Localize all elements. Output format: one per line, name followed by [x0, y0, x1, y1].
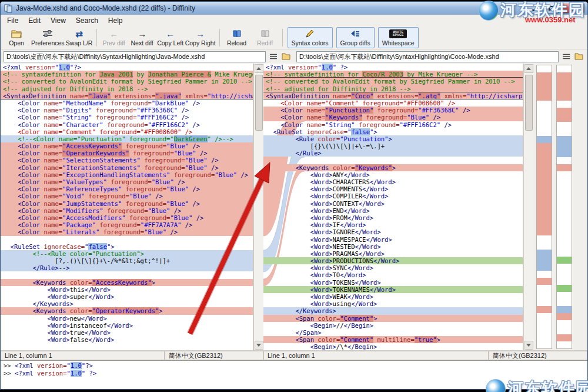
close-button[interactable]	[560, 4, 584, 14]
code-line[interactable]: <Word>IF</Word>	[263, 221, 523, 228]
copy-right-button[interactable]: → Copy Right	[185, 26, 216, 48]
code-line[interactable]: <Color name="String" foreground="#FFF166…	[1, 114, 253, 121]
scrollbar-thumb[interactable]	[525, 75, 533, 131]
prev-diff-button[interactable]: ← Prev diff	[101, 26, 128, 48]
code-line[interactable]: <Word>PRODUCTIONS</Word>	[263, 257, 523, 264]
code-line[interactable]: <Word>PRAGMAS</Word>	[263, 250, 523, 257]
code-line[interactable]: <Color name="AccessKeywords" foreground=…	[1, 142, 253, 150]
diff-overview-segment[interactable]	[557, 334, 572, 341]
code-line[interactable]: <Word>WEAK</Word>	[263, 293, 523, 300]
diff-overview-segment[interactable]	[557, 306, 572, 313]
code-line[interactable]: </Rule>-->	[1, 264, 253, 271]
code-line[interactable]: <Word>END</Word>	[263, 207, 523, 214]
left-vertical-scrollbar[interactable]	[253, 64, 263, 350]
code-line[interactable]: <?xml version="1.0"?>	[1, 64, 253, 71]
code-line[interactable]: <Word>ANY</Word>	[263, 171, 523, 178]
code-line[interactable]	[1, 236, 253, 243]
diff-overview-segment[interactable]	[537, 278, 552, 285]
diff-overview-segment[interactable]	[537, 250, 552, 271]
diff-detail-pane[interactable]: >><?xml version="1.0"?>>><?xml version="…	[1, 360, 587, 389]
menu-view[interactable]: View	[46, 16, 71, 25]
scroll-up-button[interactable]	[255, 64, 263, 73]
left-history-list-icon[interactable]	[268, 51, 279, 62]
right-file-path-input[interactable]	[296, 51, 559, 62]
right-vertical-scrollbar[interactable]	[523, 64, 533, 350]
code-line[interactable]: <Color name="SelectionStatements" foregr…	[1, 157, 253, 164]
code-line[interactable]: <Word>NAMESPACE</Word>	[263, 236, 523, 243]
code-line[interactable]: <Word>false</Word>	[1, 336, 253, 343]
code-line[interactable]: <!-- adjusted for Diffinity in 2018 -->	[263, 85, 523, 92]
code-line[interactable]: <Word>true</Word>	[1, 329, 253, 336]
whitespace-toggle[interactable]: WHITE SPACE Whitespace	[378, 27, 419, 48]
left-code-editor[interactable]: <?xml version="1.0"?><!-- syntaxdefiniti…	[1, 64, 253, 350]
code-line[interactable]: <Word>CONTEXT</Word>	[263, 200, 523, 207]
code-line[interactable]: <Word>COMPILER</Word>	[263, 192, 523, 200]
diff-overview-segment[interactable]	[537, 143, 552, 235]
group-diffs-toggle[interactable]: Group diffs	[336, 27, 375, 48]
scroll-down-button[interactable]	[524, 341, 533, 350]
code-line[interactable]	[263, 157, 523, 164]
rediff-button[interactable]: Rediff	[252, 26, 279, 48]
scrollbar-thumb[interactable]	[255, 75, 263, 131]
diff-detail-line[interactable]: >><?xml version="1.0"?>	[1, 362, 587, 370]
minimize-button[interactable]	[526, 4, 542, 14]
code-line[interactable]: <Keywords color="Keywords">	[263, 164, 523, 171]
code-line[interactable]: <Color name="JumpStatements" foreground=…	[1, 200, 253, 207]
code-line[interactable]: <?xml version="1.0" ?>	[263, 64, 523, 71]
copy-left-button[interactable]: ← Copy Left	[157, 26, 184, 48]
code-line[interactable]: <!-- syntaxdefinition for Java 2001 by J…	[1, 71, 253, 78]
left-file-overview-strip[interactable]	[536, 65, 552, 349]
code-line[interactable]: <Color name="ReferenceTypes" foreground=…	[1, 185, 253, 192]
diff-overview-segment[interactable]	[537, 72, 552, 101]
code-line[interactable]: <Color name="ExceptionHandlingStatements…	[1, 171, 253, 178]
code-line[interactable]: <Color name="Character" foreground="#FFF…	[1, 121, 253, 128]
code-line[interactable]: </Rule>	[263, 150, 523, 157]
preferences-button[interactable]: Preferences	[31, 26, 65, 48]
code-line[interactable]: [{}\(\)\[\]|+\-=\.]+	[263, 142, 523, 150]
code-line[interactable]: <SyntaxDefinition name="Coco" extensions…	[263, 92, 523, 99]
code-line[interactable]: <Begin>//</Begin>	[263, 322, 523, 329]
code-line[interactable]: <Word>this</Word>	[1, 286, 253, 293]
next-diff-button[interactable]: → Next diff	[129, 26, 156, 48]
code-line[interactable]: <Color name="OperatorKeywords" foregroun…	[1, 150, 253, 157]
code-line[interactable]: <Color name="Package" foreground="#FF7A7…	[1, 221, 253, 228]
menu-help[interactable]: Help	[103, 16, 128, 25]
diff-detail-line[interactable]: >><?xml version="1.0" ?>	[1, 370, 587, 377]
code-line[interactable]: <Rule color="Punctuation">	[263, 135, 523, 142]
code-line[interactable]: </Keywords>	[1, 300, 253, 307]
code-line[interactable]	[1, 271, 253, 278]
code-line[interactable]: </Keywords>	[263, 307, 523, 314]
code-line[interactable]: <!--<Color name="Punctuation" foreground…	[1, 135, 253, 142]
reload-button[interactable]: Reload	[223, 26, 250, 48]
code-line[interactable]: <!-- converted to AvalonEdit format by S…	[263, 78, 523, 85]
code-line[interactable]: <Color name="AccessModifiers" foreground…	[1, 214, 253, 221]
code-line[interactable]: <!--<Rule color="Punctuation">	[1, 250, 253, 257]
maximize-button[interactable]	[543, 4, 559, 14]
swap-lr-button[interactable]: ⇄ Swap L/R	[66, 26, 93, 48]
open-button[interactable]: Open	[3, 26, 30, 48]
code-line[interactable]: <Span color="Comment">	[263, 315, 523, 322]
code-line[interactable]: <Word>FROM</Word>	[263, 214, 523, 221]
code-line[interactable]: <Color name="Comment" foreground="#FF008…	[1, 128, 253, 135]
code-line[interactable]: <Color name="Punctuation" foreground="#F…	[263, 107, 523, 114]
code-line[interactable]: <Color name="ValueTypes" foreground="Blu…	[1, 178, 253, 185]
code-line[interactable]: <Word>using</Word>	[263, 300, 523, 307]
right-file-overview-strip[interactable]	[556, 65, 572, 349]
code-line[interactable]: <!-- syntaxdefinition for Coco/R 2003 by…	[263, 71, 523, 78]
code-line[interactable]: <Color name="Void" foreground="Blue" />	[1, 192, 253, 200]
title-bar[interactable]: Java-Mode.xshd and Coco-Mode.xshd (22 di…	[1, 2, 587, 15]
menu-edit[interactable]: Edit	[24, 16, 45, 25]
code-line[interactable]: <Word>TO</Word>	[263, 271, 523, 278]
left-file-path-input[interactable]	[4, 51, 266, 62]
menu-search[interactable]: Search	[71, 16, 103, 25]
diff-overview-segment[interactable]	[537, 136, 552, 143]
code-line[interactable]: <Word>TOKENS</Word>	[263, 279, 523, 286]
code-line[interactable]: <RuleSet ignoreCase="false">	[1, 243, 253, 250]
diff-overview-segment[interactable]	[557, 136, 572, 157]
diff-overview-segment[interactable]	[557, 72, 572, 101]
code-line[interactable]: <Word>new</Word>	[1, 315, 253, 322]
code-line[interactable]: </Span>	[263, 329, 523, 336]
code-line[interactable]: <Begin>/\*</Begin>	[263, 343, 523, 350]
code-line[interactable]: <Color name="Keywords" foreground="Blue"…	[263, 114, 523, 121]
code-line[interactable]: <Color name="MethodName" foreground="Dar…	[1, 99, 253, 107]
